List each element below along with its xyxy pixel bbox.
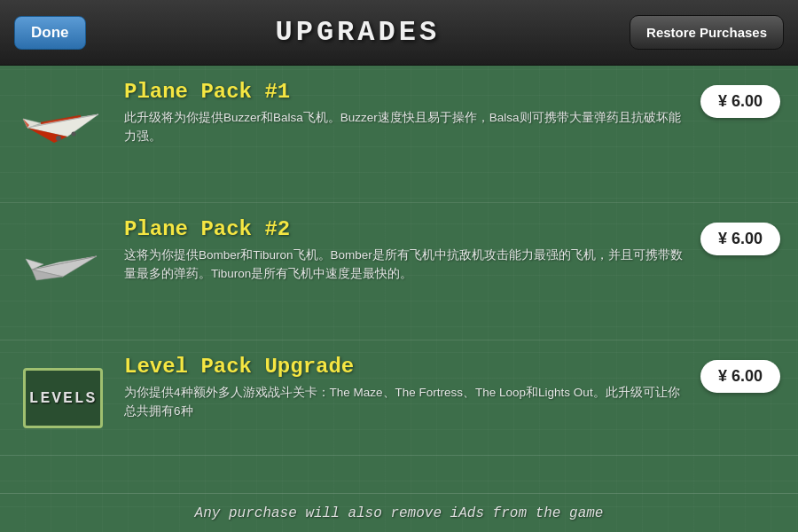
item-title-level-pack: Level Pack Upgrade bbox=[124, 355, 690, 379]
main-content: Plane Pack #1 此升级将为你提供Buzzer和Balsa飞机。Buz… bbox=[0, 66, 798, 532]
item-content-plane-pack-1: Plane Pack #1 此升级将为你提供Buzzer和Balsa飞机。Buz… bbox=[124, 80, 690, 146]
footer-text: Any purchase will also remove iAds from … bbox=[195, 505, 604, 521]
page-title: UPGRADES bbox=[275, 16, 440, 49]
price-level-pack[interactable]: ¥ 6.00 bbox=[700, 360, 780, 393]
done-button[interactable]: Done bbox=[14, 16, 86, 50]
item-desc-plane-pack-2: 这将为你提供Bomber和Tiburon飞机。Bomber是所有飞机中抗敌机攻击… bbox=[124, 246, 690, 284]
levels-icon: LEVELS bbox=[14, 358, 112, 438]
footer-bar: Any purchase will also remove iAds from … bbox=[0, 493, 798, 532]
item-desc-plane-pack-1: 此升级将为你提供Buzzer和Balsa飞机。Buzzer速度快且易于操作，Ba… bbox=[124, 109, 690, 146]
upgrade-item-plane-pack-2: Plane Pack #2 这将为你提供Bomber和Tiburon飞机。Bom… bbox=[0, 203, 798, 340]
price-plane-pack-2[interactable]: ¥ 6.00 bbox=[700, 223, 780, 255]
item-desc-level-pack: 为你提供4种额外多人游戏战斗关卡：The Maze、The Fortress、T… bbox=[124, 384, 690, 421]
price-plane-pack-1[interactable]: ¥ 6.00 bbox=[700, 85, 780, 118]
svg-point-8 bbox=[72, 132, 76, 137]
item-title-plane-pack-2: Plane Pack #2 bbox=[124, 217, 690, 241]
restore-purchases-button[interactable]: Restore Purchases bbox=[630, 15, 784, 50]
item-content-level-pack: Level Pack Upgrade 为你提供4种额外多人游戏战斗关卡：The … bbox=[124, 355, 690, 421]
item-title-plane-pack-1: Plane Pack #1 bbox=[124, 80, 690, 104]
item-content-plane-pack-2: Plane Pack #2 这将为你提供Bomber和Tiburon飞机。Bom… bbox=[124, 217, 690, 284]
upgrade-item-plane-pack-1: Plane Pack #1 此升级将为你提供Buzzer和Balsa飞机。Buz… bbox=[0, 66, 798, 203]
upgrade-item-level-pack: LEVELS Level Pack Upgrade 为你提供4种额外多人游戏战斗… bbox=[0, 340, 798, 456]
plane1-icon bbox=[14, 83, 112, 163]
header-bar: Done UPGRADES Restore Purchases bbox=[0, 0, 798, 66]
plane2-icon bbox=[14, 221, 112, 301]
levels-icon-text: LEVELS bbox=[29, 389, 98, 407]
svg-point-7 bbox=[56, 136, 61, 141]
